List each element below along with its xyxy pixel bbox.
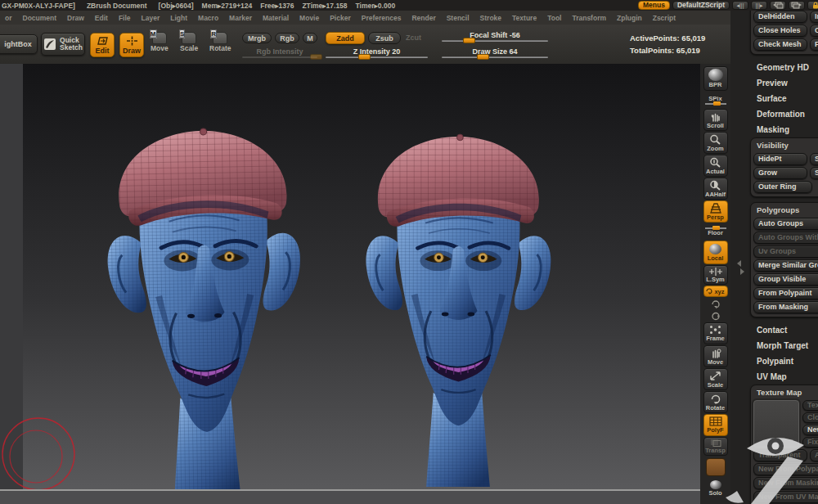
menu-zscript[interactable]: Zscript	[653, 14, 676, 22]
shrink-button[interactable]: Shrink	[810, 167, 818, 179]
draw-size-slider[interactable]: Draw Size 64	[442, 47, 548, 58]
rotate-button[interactable]: R Rotate	[209, 32, 231, 52]
copy-left-icon[interactable]	[770, 1, 786, 10]
polypaint-header[interactable]: Polypaint	[750, 353, 818, 369]
morph-target-header[interactable]: Morph Target	[750, 338, 818, 353]
aahalf-button[interactable]: AAHalf	[703, 178, 728, 200]
actual-button[interactable]: Actual	[703, 155, 728, 177]
rotate-y-button[interactable]	[703, 298, 728, 309]
menu-material[interactable]: Material	[263, 14, 289, 22]
mrgb-button[interactable]: Mrgb	[242, 33, 272, 43]
xyz-button[interactable]: xyz	[703, 286, 728, 297]
merge-similar-groups-button[interactable]: Merge Similar Groups	[753, 259, 818, 272]
document-canvas[interactable]	[0, 64, 730, 504]
menus-button[interactable]: Menus	[638, 1, 670, 10]
menu-stroke[interactable]: Stroke	[480, 14, 501, 22]
new-from-masking-button[interactable]: New From Masking	[753, 477, 818, 489]
edit-button[interactable]: Edit	[90, 33, 115, 57]
move-3d-button[interactable]: Move	[703, 345, 728, 367]
check-mesh-button[interactable]: Check Mesh	[753, 38, 807, 51]
contact-header[interactable]: Contact	[750, 322, 818, 338]
left-tray-toggle-icon[interactable]: ◂|||	[732, 1, 748, 10]
masking-header[interactable]: Masking	[750, 122, 818, 137]
auto-groups-button[interactable]: Auto Groups	[753, 218, 818, 230]
menu-edit[interactable]: Edit	[95, 14, 108, 22]
menu-movie[interactable]: Movie	[299, 14, 319, 22]
copy-right-icon[interactable]	[789, 1, 805, 10]
visibility-header[interactable]: Visibility	[753, 140, 818, 151]
right-tray-toggle-icon[interactable]: |||▸	[751, 1, 767, 10]
showpt-button[interactable]: ShowPt	[810, 153, 818, 165]
ghost-button[interactable]	[703, 457, 728, 478]
fix-seam-button[interactable]: Fix Seam	[802, 437, 818, 448]
preview-header[interactable]: Preview	[750, 75, 818, 91]
uv-groups-button[interactable]: Uv Groups	[753, 245, 818, 258]
focal-shift-slider[interactable]: Focal Shift -56	[442, 31, 548, 42]
frame-button[interactable]: Frame	[703, 322, 728, 344]
deformation-header[interactable]: Deformation	[750, 106, 818, 122]
scroll-button[interactable]: Scroll	[703, 109, 728, 131]
texture-on-button[interactable]: Texture On	[802, 400, 818, 411]
fix-mesh-button[interactable]: Fix Mesh	[810, 38, 818, 51]
lock-icon[interactable]	[807, 1, 818, 10]
clone-txtr-button[interactable]: Clone Txtr	[802, 412, 818, 423]
menu-preferences[interactable]: Preferences	[362, 14, 402, 22]
menu-tool[interactable]: Tool	[547, 14, 561, 22]
optimize-button[interactable]: Optimize	[810, 25, 818, 37]
close-holes-button[interactable]: Close Holes	[753, 25, 807, 37]
scale-button[interactable]: S Scale	[180, 32, 198, 52]
menu-picker[interactable]: Picker	[330, 14, 351, 22]
quick-sketch-button[interactable]: Quick Sketch	[41, 33, 85, 56]
persp-button[interactable]: Persp	[703, 200, 728, 223]
tray-resize-handle[interactable]	[737, 260, 745, 275]
default-zscript-button[interactable]: DefaultZScript	[672, 1, 730, 10]
lsym-button[interactable]: L.Sym	[703, 265, 728, 285]
zsub-button[interactable]: Zsub	[368, 32, 401, 44]
polyf-button[interactable]: PolyF	[703, 414, 728, 436]
polygroups-header[interactable]: Polygroups	[753, 205, 818, 216]
from-polypaint-button[interactable]: From Polypaint	[753, 287, 818, 299]
zadd-button[interactable]: Zadd	[326, 32, 365, 44]
zcut-button[interactable]: Zcut	[406, 34, 421, 42]
texture-thumbnail[interactable]	[753, 400, 799, 448]
floor-button[interactable]: Floor	[703, 223, 728, 240]
new-from-uv-map-button[interactable]: New From UV Map	[753, 491, 818, 503]
new-txtr-button[interactable]: New Txtr	[802, 425, 818, 435]
z-intensity-slider[interactable]: Z Intensity 20	[326, 47, 428, 58]
menu-transform[interactable]: Transform	[572, 14, 606, 22]
menu-light[interactable]: Light	[170, 14, 187, 22]
local-button[interactable]: Local	[703, 241, 728, 264]
menu-draw[interactable]: Draw	[67, 14, 84, 22]
menu-stencil[interactable]: Stencil	[447, 14, 470, 22]
menu-render[interactable]: Render	[411, 14, 435, 22]
insert-button[interactable]: Insert	[810, 11, 818, 23]
texture-map-header[interactable]: Texture Map	[753, 387, 818, 398]
uv-map-header[interactable]: UV Map	[750, 369, 818, 385]
auto-groups-with-uv-button[interactable]: Auto Groups With UV	[753, 232, 818, 244]
menu-file[interactable]: File	[119, 14, 131, 22]
rgb-button[interactable]: Rgb	[275, 33, 299, 43]
menu-document[interactable]: Document	[23, 14, 57, 22]
menu-macro[interactable]: Macro	[198, 14, 218, 22]
new-from-polypaint-button[interactable]: New From Polypaint	[753, 463, 818, 475]
delhidden-button[interactable]: DelHidden	[753, 11, 807, 23]
rotate-3d-button[interactable]: Rotate	[703, 391, 728, 413]
transparent-button[interactable]: Transparent	[753, 449, 807, 461]
grow-button[interactable]: Grow	[753, 167, 807, 179]
zoom-button[interactable]: Zoom	[703, 132, 728, 154]
transp-button[interactable]: Transp	[703, 437, 728, 456]
menu-color[interactable]: or	[5, 14, 12, 22]
spix-slider[interactable]: SPix	[703, 92, 728, 108]
menu-layer[interactable]: Layer	[142, 14, 160, 22]
antialiased-button[interactable]: Antialiased	[810, 449, 818, 461]
scale-3d-button[interactable]: Scale	[703, 368, 728, 390]
menu-marker[interactable]: Marker	[229, 14, 252, 22]
rotate-z-button[interactable]	[703, 310, 728, 322]
outer-ring-button[interactable]: Outer Ring	[753, 181, 812, 193]
menu-zplugin[interactable]: Zplugin	[617, 14, 642, 22]
lightbox-button[interactable]: ightBox	[0, 34, 38, 54]
solo-button[interactable]: Solo	[703, 479, 728, 498]
draw-button[interactable]: Draw	[119, 33, 144, 57]
rgb-intensity-slider[interactable]: Rgb Intensity	[242, 47, 317, 58]
menu-texture[interactable]: Texture	[512, 14, 537, 22]
